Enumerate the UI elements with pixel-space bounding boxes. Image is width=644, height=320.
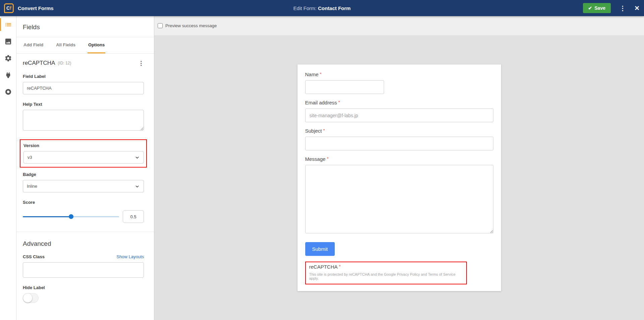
page-title: Edit Form: Contact Form (0, 5, 644, 11)
rail-item-design[interactable] (0, 33, 16, 50)
hide-label-label: Hide Label (23, 285, 144, 290)
chevron-down-icon (135, 155, 140, 160)
required-asterisk: * (320, 72, 322, 77)
gear-icon (4, 54, 12, 62)
field-header: reCAPTCHA (ID: 12) ⋮ (23, 60, 144, 66)
form-field-email: Email address* (305, 100, 493, 122)
subject-input[interactable] (305, 137, 493, 150)
page-title-prefix: Edit Form: (293, 5, 317, 11)
field-id: (ID: 12) (58, 61, 71, 65)
form-field-name: Name* (305, 72, 493, 94)
required-asterisk: * (338, 100, 340, 105)
divider (16, 232, 154, 232)
close-icon[interactable]: × (635, 4, 639, 12)
submit-button[interactable]: Submit (305, 242, 335, 256)
hide-label-group: Hide Label (23, 285, 144, 303)
advanced-title: Advanced (23, 240, 144, 247)
score-slider-thumb[interactable] (69, 214, 73, 219)
tab-all-fields[interactable]: All Fields (55, 37, 76, 53)
version-select[interactable]: v3 (23, 151, 144, 164)
fields-panel: Fields Add Field All Fields Options reCA… (16, 16, 154, 320)
preview-success-label[interactable]: Preview success message (165, 23, 217, 28)
score-row: 0.5 (23, 210, 144, 223)
field-label: Message* (305, 156, 493, 162)
recaptcha-label: reCAPTCHA* (309, 264, 463, 270)
tab-options[interactable]: Options (88, 37, 105, 53)
help-text-group: Help Text (23, 102, 144, 132)
icon-rail (0, 16, 16, 320)
css-class-row: CSS Class Show Layouts (23, 254, 144, 259)
panel-title: Fields (16, 16, 154, 37)
css-class-label: CSS Class (23, 254, 45, 259)
field-label: Subject* (305, 128, 493, 134)
badge-label: Badge (23, 172, 144, 177)
rail-item-fields[interactable] (0, 16, 16, 33)
image-icon (4, 38, 12, 45)
version-select-value: v3 (28, 155, 32, 160)
show-layouts-link[interactable]: Show Layouts (116, 254, 144, 259)
form-field-subject: Subject* (305, 128, 493, 150)
score-slider-fill (23, 216, 71, 217)
field-label-text: Subject (305, 128, 322, 134)
required-asterisk: * (339, 264, 341, 269)
badge-select-value: Inline (27, 184, 37, 189)
score-value-box[interactable]: 0.5 (123, 210, 144, 223)
panel-tabs: Add Field All Fields Options (16, 37, 154, 53)
rail-item-behaviors[interactable] (0, 83, 16, 100)
panel-body: reCAPTCHA (ID: 12) ⋮ Field Label Help Te… (16, 54, 154, 303)
field-label-input[interactable] (23, 82, 144, 94)
preview-success-checkbox[interactable] (158, 23, 163, 28)
check-icon: ✔ (588, 5, 592, 11)
save-button-label: Save (594, 5, 605, 11)
topbar: Cf Convert Forms Edit Form: Contact Form… (0, 0, 644, 16)
score-label: Score (23, 200, 144, 205)
hide-label-toggle[interactable] (23, 293, 39, 303)
css-class-input[interactable] (23, 262, 144, 278)
version-highlight-box: Version v3 (20, 139, 147, 168)
plug-icon (4, 71, 12, 79)
list-icon (4, 21, 12, 29)
form-preview-card: Name* Email address* Subject* Message* S… (298, 64, 501, 291)
badge-select[interactable]: Inline (23, 180, 144, 192)
score-slider[interactable] (23, 214, 119, 219)
message-textarea[interactable] (305, 165, 493, 233)
recaptcha-label-text: reCAPTCHA (309, 264, 338, 270)
field-name: reCAPTCHA (23, 60, 55, 66)
topbar-kebab-menu-icon[interactable]: ⋮ (620, 5, 626, 11)
save-button[interactable]: ✔ Save (583, 3, 611, 13)
toggle-knob (23, 293, 32, 303)
topbar-actions: ✔ Save ⋮ × (583, 0, 639, 16)
email-input[interactable] (305, 108, 493, 122)
score-group: Score 0.5 (23, 200, 144, 223)
record-icon (4, 88, 12, 96)
field-label: Email address* (305, 100, 493, 105)
chevron-down-icon (135, 184, 140, 189)
field-label-text: Message (305, 156, 326, 162)
css-class-group: CSS Class Show Layouts (23, 254, 144, 278)
page-title-form-name: Contact Form (318, 5, 351, 11)
help-text-label: Help Text (23, 102, 144, 107)
field-label-text: Email address (305, 100, 337, 105)
tab-add-field[interactable]: Add Field (23, 37, 44, 53)
name-input[interactable] (305, 80, 384, 94)
field-label-label: Field Label (23, 74, 144, 79)
recaptcha-notice: This site is protected by reCAPTCHA and … (309, 272, 463, 280)
field-label-text: Name (305, 72, 319, 77)
rail-item-addons[interactable] (0, 66, 16, 83)
version-label: Version (23, 143, 144, 148)
preview-toolbar: Preview success message (154, 16, 644, 35)
field-label-group: Field Label (23, 74, 144, 94)
required-asterisk: * (327, 156, 328, 161)
preview-canvas: Preview success message Name* Email addr… (154, 16, 644, 320)
field-kebab-menu-icon[interactable]: ⋮ (138, 60, 144, 66)
field-label: Name* (305, 72, 493, 77)
required-asterisk: * (323, 128, 325, 133)
rail-item-settings[interactable] (0, 50, 16, 66)
badge-group: Badge Inline (23, 172, 144, 192)
recaptcha-highlight-box: reCAPTCHA* This site is protected by reC… (305, 262, 467, 284)
help-text-input[interactable] (23, 110, 144, 131)
form-field-message: Message* (305, 156, 493, 233)
